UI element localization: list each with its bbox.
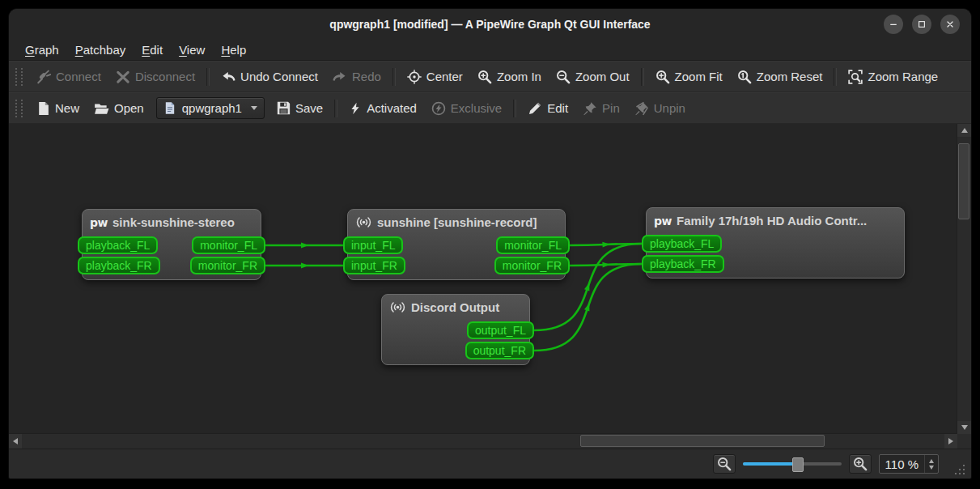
spin-up-icon[interactable] [929,459,934,463]
toolbar-separator [834,68,837,86]
port-playback-fr[interactable]: playback_FR [642,255,724,273]
menu-graph[interactable]: Graph [17,41,67,58]
spin-down-icon[interactable] [929,466,934,470]
unpin-icon [634,101,649,116]
node-title: sink-sunshine-stereo [112,215,235,229]
toolbar-label: Exclusive [451,101,502,115]
resize-grip[interactable] [955,463,966,474]
toolbar-label: Zoom In [497,70,541,83]
toolbar-button-zoom-range[interactable]: Zoom Range [841,66,945,87]
toolbar-label: Connect [56,70,101,83]
toolbar-label: Center [426,70,463,83]
zoom-slider[interactable] [743,457,842,470]
zoom-range-icon [848,70,863,84]
node-sink[interactable]: pwsink-sunshine-stereoplayback_FLplaybac… [82,209,261,280]
minimize-button[interactable] [884,15,903,34]
scroll-right-button[interactable] [944,434,957,449]
toolbar-label: Activated [367,101,417,115]
port-input-fr[interactable]: input_FR [343,257,405,274]
toolbar-button-exclusive[interactable]: Exclusive [424,98,509,119]
scroll-up-button[interactable] [957,124,971,137]
port-monitor-fl[interactable]: monitor_FL [192,236,265,254]
zoom-in-icon [853,457,868,471]
toolbar-button-zoom-reset[interactable]: Zoom Reset [730,66,830,87]
patchbay-selector-value: qpwgraph1 [182,101,242,115]
menu-help[interactable]: Help [213,41,254,58]
zoom-in-button[interactable] [849,454,872,474]
zoom-value: 110 % [880,455,924,473]
node-discord[interactable]: Discord Outputoutput_FLoutput_FR [381,294,530,365]
toolbar-label: Zoom Out [575,70,630,83]
zoom-spinbox[interactable]: 110 % [879,454,939,474]
toolbar-button-edit[interactable]: Edit [520,98,575,119]
port-playback-fr[interactable]: playback_FR [78,257,160,274]
horizontal-scroll-thumb[interactable] [580,435,825,447]
port-monitor-fr[interactable]: monitor_FR [494,257,570,274]
exclusive-icon [431,101,446,116]
toolbar-button-unpin[interactable]: Unpin [627,98,693,119]
edit-icon [528,101,542,116]
node-header: pwFamily 17h/19h HD Audio Contr... [647,208,904,227]
node-sunshine[interactable]: sunshine [sunshine-record]input_FLinput_… [347,209,566,280]
toolbar-label: New [55,101,79,115]
menu-patchbay[interactable]: Patchbay [67,41,134,58]
close-button[interactable] [940,15,960,34]
spinbox-arrows[interactable] [924,455,938,473]
toolbar-button-activated[interactable]: Activated [342,98,424,119]
port-playback-fl[interactable]: playback_FL [78,236,158,254]
port-output-fr[interactable]: output_FR [465,342,534,359]
window-title: qpwgraph1 [modified] — A PipeWire Graph … [9,18,971,31]
title-bar[interactable]: qpwgraph1 [modified] — A PipeWire Graph … [9,9,971,40]
toolbar-button-zoom-in[interactable]: Zoom In [470,66,549,87]
toolbar-button-connect[interactable]: Connect [29,66,108,87]
connections-layer [9,124,971,449]
menu-edit[interactable]: Edit [134,41,171,58]
toolbar-button-disconnect[interactable]: Disconnect [108,66,202,87]
broadcast-icon [389,300,406,314]
toolbar-drag-handle[interactable] [15,68,23,86]
toolbar-button-zoom-out[interactable]: Zoom Out [549,66,637,87]
menu-view[interactable]: View [171,41,213,58]
port-output-fl[interactable]: output_FL [467,321,534,339]
app-window: qpwgraph1 [modified] — A PipeWire Graph … [8,8,972,479]
node-title: Family 17h/19h HD Audio Contr... [677,214,867,227]
toolbar-button-save[interactable]: Save [269,98,330,118]
scroll-left-button[interactable] [9,434,22,449]
toolbar-button-new[interactable]: New [29,98,87,119]
window-controls [884,15,960,34]
arrow-left-icon [13,438,18,444]
patchbay-file-icon [163,101,176,115]
vertical-scrollbar[interactable] [957,124,971,434]
zoom-out-icon [556,70,571,84]
toolbar-button-redo[interactable]: Redo [325,66,388,87]
port-playback-fl[interactable]: playback_FL [642,235,722,253]
node-family[interactable]: pwFamily 17h/19h HD Audio Contr...playba… [646,207,905,279]
toolbar-button-open[interactable]: Open [87,98,151,119]
activated-icon [349,101,362,116]
vertical-scroll-thumb[interactable] [958,143,969,219]
pipewire-icon: pw [654,215,672,227]
toolbar-label: Zoom Reset [757,70,823,83]
port-input-fl[interactable]: input_FL [343,236,403,254]
toolbar-button-zoom-fit[interactable]: Zoom Fit [648,66,730,87]
toolbar-drag-handle[interactable] [15,100,23,117]
arrow-right-icon [948,438,953,444]
horizontal-scrollbar[interactable] [9,433,957,449]
scroll-down-button[interactable] [957,421,971,434]
undo-icon [221,70,235,84]
toolbar-label: Pin [602,101,620,115]
toolbar-button-pin[interactable]: Pin [575,98,627,119]
slider-handle[interactable] [792,457,804,472]
maximize-button[interactable] [912,15,931,34]
zoom-reset-icon [737,70,752,84]
zoom-out-button[interactable] [713,454,736,474]
toolbar-separator [334,100,337,117]
patchbay-selector-combo[interactable]: qpwgraph1 [156,97,265,119]
toolbar-button-center[interactable]: Center [400,66,470,87]
graph-canvas[interactable]: pwsink-sunshine-stereoplayback_FLplaybac… [9,124,971,449]
toolbar-button-undo-connect[interactable]: Undo Connect [214,66,325,87]
port-monitor-fr[interactable]: monitor_FR [190,257,265,274]
port-monitor-fl[interactable]: monitor_FL [496,236,570,254]
connection-0 [265,243,343,249]
toolbar-label: Zoom Range [868,70,938,83]
